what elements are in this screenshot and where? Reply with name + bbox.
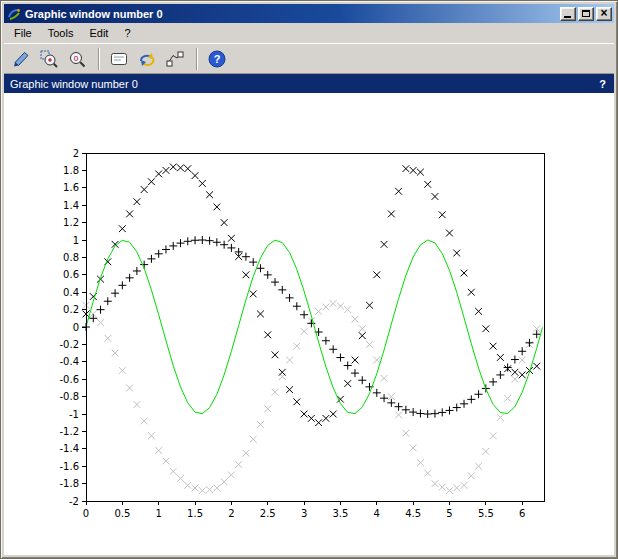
close-icon: × — [600, 8, 607, 18]
unzoom-icon: 0 — [67, 49, 87, 69]
toolbar-separator — [196, 48, 198, 70]
svg-text:1.2: 1.2 — [63, 217, 79, 228]
svg-text:4.5: 4.5 — [405, 508, 421, 519]
help-button[interactable]: ? — [204, 46, 230, 72]
svg-text:-1.6: -1.6 — [59, 461, 79, 472]
svg-text:2: 2 — [228, 508, 234, 519]
titlebar[interactable]: Graphic window number 0 × — [4, 4, 614, 23]
toolbar: 0 — [4, 43, 614, 74]
toolbar-separator — [98, 48, 100, 70]
svg-text:5: 5 — [446, 508, 452, 519]
svg-text:-0.6: -0.6 — [59, 374, 79, 385]
svg-text:0: 0 — [83, 508, 89, 519]
ged-icon — [109, 49, 129, 69]
svg-text:4: 4 — [374, 508, 380, 519]
minimize-icon — [564, 16, 571, 18]
menu-item-tools[interactable]: Tools — [40, 24, 82, 42]
help-icon: ? — [207, 49, 227, 69]
svg-text:-1.4: -1.4 — [59, 443, 79, 454]
figure-canvas: 00.511.522.533.544.555.56-2-1.8-1.6-1.4-… — [4, 93, 614, 555]
dock-header: Graphic window number 0 ? — [4, 74, 614, 93]
svg-text:-0.8: -0.8 — [59, 391, 79, 402]
svg-text:1.6: 1.6 — [63, 182, 79, 193]
datatip-button[interactable] — [162, 46, 188, 72]
graphic-window: Graphic window number 0 × File Tools Edi… — [0, 0, 618, 559]
svg-text:-1.8: -1.8 — [59, 478, 79, 489]
maximize-button[interactable] — [578, 7, 594, 21]
svg-text:1: 1 — [73, 235, 79, 246]
svg-text:0: 0 — [74, 54, 79, 63]
datatip-icon — [165, 49, 185, 69]
minimize-button[interactable] — [560, 7, 576, 21]
export-button[interactable] — [8, 46, 34, 72]
svg-text:2: 2 — [73, 148, 79, 159]
svg-text:0.8: 0.8 — [63, 252, 79, 263]
svg-text:-2: -2 — [69, 496, 79, 507]
export-icon — [11, 49, 31, 69]
svg-text:-0.2: -0.2 — [59, 339, 79, 350]
dock-title: Graphic window number 0 — [10, 78, 599, 90]
chart-svg[interactable]: 00.511.522.533.544.555.56-2-1.8-1.6-1.4-… — [4, 93, 614, 555]
maximize-icon — [582, 10, 590, 17]
svg-text:1.5: 1.5 — [187, 508, 203, 519]
svg-text:6: 6 — [519, 508, 525, 519]
menu-item-file[interactable]: File — [6, 24, 40, 42]
svg-text:-1: -1 — [69, 409, 79, 420]
svg-text:?: ? — [214, 53, 221, 65]
svg-text:0.5: 0.5 — [114, 508, 130, 519]
svg-text:1: 1 — [156, 508, 162, 519]
app-icon[interactable] — [7, 7, 21, 21]
svg-text:1.8: 1.8 — [63, 165, 79, 176]
close-button[interactable]: × — [596, 7, 612, 21]
menu-item-edit[interactable]: Edit — [81, 24, 116, 42]
rotate-icon — [137, 49, 157, 69]
svg-text:-1.2: -1.2 — [59, 426, 79, 437]
dock-help-icon[interactable]: ? — [599, 78, 606, 90]
svg-text:-0.4: -0.4 — [59, 356, 79, 367]
svg-text:5.5: 5.5 — [478, 508, 494, 519]
rotate-button[interactable] — [134, 46, 160, 72]
zoom-in-button[interactable] — [36, 46, 62, 72]
ged-button[interactable] — [106, 46, 132, 72]
svg-text:1.4: 1.4 — [63, 200, 79, 211]
window-title: Graphic window number 0 — [25, 8, 558, 20]
svg-text:0.2: 0.2 — [63, 304, 79, 315]
svg-text:0.4: 0.4 — [63, 287, 79, 298]
unzoom-button[interactable]: 0 — [64, 46, 90, 72]
svg-text:3.5: 3.5 — [332, 508, 348, 519]
menu-item-help[interactable]: ? — [116, 24, 138, 42]
svg-text:0.6: 0.6 — [63, 269, 79, 280]
svg-text:2.5: 2.5 — [260, 508, 276, 519]
zoom-in-icon — [39, 49, 59, 69]
menubar: File Tools Edit ? — [4, 23, 614, 43]
svg-text:0: 0 — [73, 322, 79, 333]
svg-text:3: 3 — [301, 508, 307, 519]
